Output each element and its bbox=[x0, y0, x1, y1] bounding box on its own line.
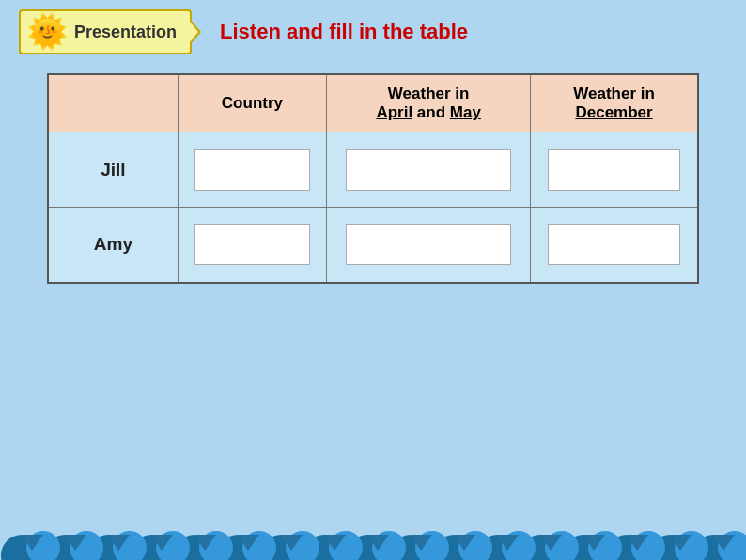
jill-weather-december-cell bbox=[531, 132, 698, 208]
jill-weather-december-input[interactable] bbox=[548, 149, 680, 191]
page-title: Listen and fill in the table bbox=[220, 20, 468, 44]
amy-weather-december-input[interactable] bbox=[548, 224, 680, 265]
wave-svg bbox=[0, 499, 746, 560]
presentation-badge: 🌞 Presentation bbox=[19, 9, 192, 54]
sun-icon: 🌞 bbox=[26, 15, 69, 49]
amy-weather-december-cell bbox=[531, 208, 698, 283]
main-table: Country Weather inApril and May Weather … bbox=[47, 73, 699, 284]
amy-country-cell bbox=[178, 208, 326, 283]
jill-name-cell: Jill bbox=[48, 132, 178, 208]
table-header-row: Country Weather inApril and May Weather … bbox=[48, 74, 698, 132]
table-row-jill: Jill bbox=[48, 132, 698, 208]
table-row-amy: Amy bbox=[48, 208, 698, 283]
jill-country-input[interactable] bbox=[194, 149, 311, 191]
amy-weather-april-may-cell bbox=[327, 208, 531, 283]
amy-name-cell: Amy bbox=[48, 208, 178, 283]
jill-country-cell bbox=[178, 132, 326, 208]
jill-weather-april-may-input[interactable] bbox=[346, 149, 511, 191]
badge-label: Presentation bbox=[74, 23, 177, 42]
amy-country-input[interactable] bbox=[194, 224, 311, 265]
top-bar: 🌞 Presentation Listen and fill in the ta… bbox=[0, 0, 746, 64]
amy-weather-april-may-input[interactable] bbox=[346, 224, 511, 265]
jill-weather-april-may-cell bbox=[327, 132, 531, 208]
table-container: Country Weather inApril and May Weather … bbox=[47, 73, 699, 284]
col-header-weather-april-may: Weather inApril and May bbox=[327, 74, 531, 132]
col-header-name bbox=[48, 74, 178, 132]
col-header-weather-december: Weather inDecember bbox=[531, 74, 698, 132]
bottom-wave-decoration bbox=[0, 499, 746, 560]
col-header-country: Country bbox=[178, 74, 326, 132]
